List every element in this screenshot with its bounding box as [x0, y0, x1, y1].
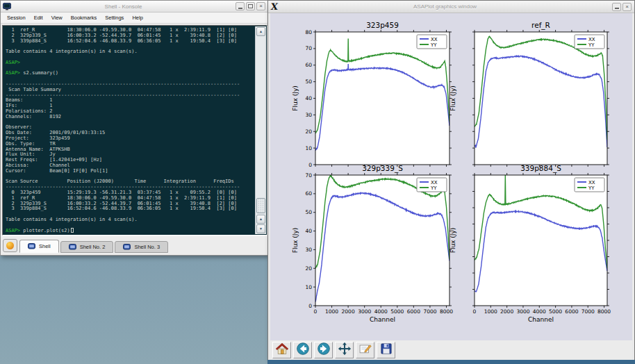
terminal-line: ASAP> plotter.plot(s2) — [6, 228, 254, 234]
home-button[interactable] — [272, 342, 291, 358]
forward-icon — [317, 342, 331, 358]
pan-button[interactable] — [335, 342, 354, 358]
asaplot-titlebar[interactable]: X ASAPlot graphics window × — [268, 1, 634, 13]
x-tick-label: 3000 — [516, 308, 529, 315]
menu-item-view[interactable]: View — [51, 15, 63, 21]
menu-item-bookmarks[interactable]: Bookmarks — [71, 15, 97, 21]
tab-shell[interactable]: Shell — [19, 240, 59, 253]
save-figure-button[interactable] — [377, 342, 395, 358]
x-tick-label: 0 — [473, 308, 477, 315]
plot-toolbar — [270, 340, 632, 360]
x-axis-label: Channel — [528, 316, 554, 323]
pan-icon — [338, 342, 352, 358]
y-axis-label: Flux (Jy) — [450, 228, 456, 254]
configure-subplots-button[interactable] — [356, 342, 374, 358]
x-tick-label: 7000 — [582, 308, 595, 315]
asaplot-window: X ASAPlot graphics window × 010203040506… — [267, 0, 635, 361]
terminal-output[interactable]: 1 ref_R 18:30:06.0 -49.59.30.0 04:47:58 … — [6, 28, 254, 234]
scrollbar-up-button[interactable]: ▲ — [256, 27, 265, 36]
tab-label: Shell — [39, 243, 51, 249]
taskbar-edge — [267, 360, 635, 364]
terminal-line: 3 339p884_S 16:52:04.6 -46.08.33.9 06:36… — [6, 206, 254, 212]
subplot-339p884_S: 010002000300040005000600070008000339p884… — [270, 13, 632, 340]
minimize-button[interactable] — [236, 2, 245, 10]
x11-logo-icon: X — [270, 1, 279, 12]
x-tick-label: 2000 — [500, 308, 513, 315]
terminal-line: Channels: 8192 — [6, 115, 254, 120]
konsole-tabbar: ShellShell No. 2Shell No. 3 — [1, 235, 267, 255]
terminal-line: ASAP> — [6, 60, 254, 66]
terminal-line: 3 339p884_S 16:52:04.6 -46.08.33.9 06:36… — [6, 39, 254, 44]
new-session-button[interactable] — [3, 239, 17, 252]
back-button[interactable] — [293, 342, 312, 358]
scrollbar-down-button[interactable]: ▼ — [256, 224, 265, 233]
terminal-line — [6, 55, 254, 60]
x-tick-label: 1000 — [484, 308, 497, 315]
terminal-line: Table contains 4 integration(s) in 4 sca… — [6, 217, 254, 223]
shell-tab-icon — [28, 243, 35, 249]
tab-shell-no-2[interactable]: Shell No. 2 — [60, 241, 114, 253]
close-button[interactable]: × — [622, 3, 632, 11]
konsole-window-title: Shell - Konsole — [11, 3, 236, 10]
konsole-titlebar[interactable]: Shell - Konsole × — [1, 1, 267, 13]
new-session-icon — [6, 242, 14, 249]
menu-item-help[interactable]: Help — [132, 15, 142, 21]
back-icon — [296, 342, 310, 358]
scrollbar-up-button-2[interactable]: ▲ — [256, 215, 265, 224]
desktop: { "colors": { "desktop_top": "#6890ab", … — [0, 0, 635, 364]
home-icon — [275, 342, 289, 358]
terminal-cursor — [71, 228, 74, 233]
konsole-menubar: SessionEditViewBookmarksSettingsHelp — [1, 13, 267, 24]
shell-tab-icon — [69, 244, 76, 250]
konsole-window: Shell - Konsole × SessionEditViewBookmar… — [0, 0, 268, 256]
menu-item-session[interactable]: Session — [7, 15, 26, 21]
terminal-line: ASAP> s2.summary() — [6, 71, 254, 76]
scrollbar-thumb[interactable] — [256, 198, 265, 213]
save-figure-icon — [379, 342, 393, 358]
terminal-frame: 1 ref_R 18:30:06.0 -49.59.30.0 04:47:58 … — [2, 25, 267, 235]
terminal-scrollbar[interactable]: ▲ ▲ ▼ — [255, 26, 266, 234]
x-tick-label: 6000 — [565, 308, 578, 315]
x-tick-label: 8000 — [597, 308, 611, 315]
maximize-button[interactable] — [246, 2, 255, 10]
terminal-line — [6, 223, 254, 229]
forward-button[interactable] — [314, 342, 333, 358]
legend-label-XX: XX — [588, 180, 595, 185]
legend-label-YY: YY — [588, 185, 595, 191]
x-tick-label: 5000 — [549, 308, 562, 315]
tab-shell-no-3[interactable]: Shell No. 3 — [115, 241, 168, 253]
x-tick-label: 4000 — [533, 308, 546, 315]
terminal-line: Cursor: Beam[0] IF[0] Pol[1] — [6, 169, 254, 174]
shell-tab-icon — [123, 244, 131, 250]
menu-item-edit[interactable]: Edit — [34, 15, 43, 21]
asap-prompt: ASAP> — [6, 60, 20, 65]
terminal-monitor-icon — [3, 3, 11, 10]
asaplot-window-title: ASAPlot graphics window — [278, 3, 612, 10]
close-button[interactable]: × — [256, 2, 265, 10]
configure-subplots-icon — [358, 342, 372, 358]
minimize-button[interactable] — [612, 3, 621, 11]
terminal-line: Table contains 4 integration(s) in 4 sca… — [6, 49, 254, 55]
tab-label: Shell No. 2 — [80, 244, 106, 250]
tab-label: Shell No. 3 — [134, 244, 160, 250]
asap-prompt: ASAP> — [6, 70, 20, 76]
plot-title: 339p884_S — [520, 164, 561, 173]
figure-canvas[interactable]: 01020304050607080323p459Flux (Jy)Channel… — [270, 13, 632, 340]
asap-prompt: ASAP> — [6, 228, 20, 233]
menu-item-settings[interactable]: Settings — [105, 15, 124, 21]
